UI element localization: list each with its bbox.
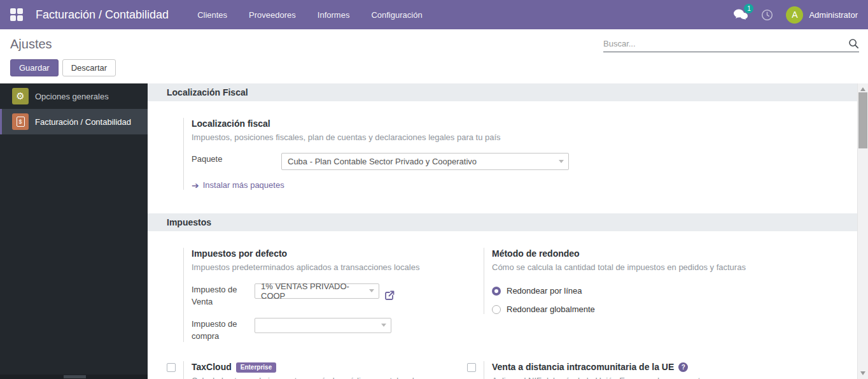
user-name: Administrator bbox=[809, 10, 858, 20]
taxcloud-checkbox[interactable] bbox=[167, 363, 176, 372]
setting-box-taxcloud: TaxCloud Enterprise Calcula las tasas de… bbox=[167, 361, 467, 379]
sidebar-hscrollbar[interactable] bbox=[0, 375, 148, 379]
install-packages-label: Instalar más paquetes bbox=[203, 180, 284, 190]
paquete-select-value: Cuba - Plan Contable Sector Privado y Co… bbox=[288, 157, 477, 166]
messages-icon[interactable]: 1 bbox=[733, 8, 748, 21]
menu-configuracion[interactable]: Configuración bbox=[360, 0, 433, 29]
user-menu[interactable]: A Administrator bbox=[786, 6, 858, 24]
vertical-scrollbar[interactable] bbox=[857, 83, 868, 379]
sidebar-item-facturacion-contabilidad[interactable]: $ Facturación / Contabilidad bbox=[0, 109, 148, 134]
radio-unselected-icon bbox=[492, 305, 501, 314]
navbar-right: 1 A Administrator bbox=[733, 6, 858, 24]
avatar: A bbox=[786, 6, 803, 24]
setting-description: Aplicar el NIF del país de la Unión Euro… bbox=[492, 375, 746, 379]
sidebar-item-label: Facturación / Contabilidad bbox=[35, 117, 131, 127]
chevron-down-icon bbox=[369, 289, 374, 292]
setting-title: TaxCloud bbox=[192, 361, 232, 373]
activity-clock-icon[interactable] bbox=[761, 9, 773, 21]
save-button[interactable]: Guardar bbox=[10, 59, 59, 76]
menu-informes[interactable]: Informes bbox=[307, 0, 361, 29]
setting-box-localizacion-fiscal: Localización fiscal Impuestos, posicione… bbox=[167, 118, 857, 190]
setting-description: Impuestos, posiciones fiscales, plan de … bbox=[192, 131, 857, 143]
setting-title: Impuestos por defecto bbox=[192, 248, 467, 260]
impuesto-compra-select[interactable] bbox=[255, 318, 391, 333]
section-header-localizacion-fiscal: Localización Fiscal bbox=[148, 83, 857, 101]
menu-clientes[interactable]: Clientes bbox=[186, 0, 238, 29]
help-icon[interactable]: ? bbox=[678, 362, 688, 372]
impuesto-compra-label: Impuesto de compra bbox=[192, 318, 255, 342]
discard-button[interactable]: Descartar bbox=[62, 59, 116, 76]
impuesto-venta-label: Impuesto de Venta bbox=[192, 283, 255, 308]
setting-title: Localización fiscal bbox=[192, 118, 857, 130]
section-header-impuestos: Impuestos bbox=[148, 213, 857, 231]
apps-menu-icon[interactable] bbox=[10, 8, 23, 21]
invoice-icon: $ bbox=[12, 113, 29, 130]
impuesto-venta-select[interactable]: 1% VENTAS PRIVADO-COOP bbox=[255, 283, 379, 299]
external-link-icon[interactable] bbox=[383, 283, 396, 308]
sidebar-item-opciones-generales[interactable]: ⚙ Opciones generales bbox=[0, 83, 148, 109]
setting-title: Venta a distancia intracomunitaria de la… bbox=[492, 361, 674, 373]
setting-title: Método de redondeo bbox=[492, 248, 767, 260]
install-packages-link[interactable]: ➔ Instalar más paquetes bbox=[192, 180, 857, 190]
enterprise-badge: Enterprise bbox=[236, 362, 276, 373]
sidebar-hscroll-thumb[interactable] bbox=[64, 375, 86, 378]
chevron-down-icon bbox=[559, 160, 564, 163]
scroll-down-arrow[interactable] bbox=[860, 371, 865, 375]
setting-description: Impuestos predeterminados aplicados a tr… bbox=[192, 261, 467, 273]
setting-box-metodo-redondeo: Método de redondeo Cómo se calcula la ca… bbox=[467, 248, 767, 314]
top-navbar: Facturación / Contabilidad Clientes Prov… bbox=[0, 0, 868, 29]
arrow-right-icon: ➔ bbox=[192, 181, 199, 190]
radio-redondear-por-linea[interactable]: Redondear por línea bbox=[492, 286, 767, 296]
setting-description: Cómo se calcula la cantidad total de imp… bbox=[492, 261, 767, 273]
settings-content: Localización Fiscal Localización fiscal … bbox=[148, 83, 868, 379]
main-menu: Clientes Proveedores Informes Configurac… bbox=[186, 0, 433, 29]
gear-icon: ⚙ bbox=[12, 88, 29, 104]
scroll-up-arrow[interactable] bbox=[860, 87, 865, 91]
settings-sidebar: ⚙ Opciones generales $ Facturación / Con… bbox=[0, 83, 148, 379]
eu-sale-checkbox[interactable] bbox=[467, 363, 476, 372]
setting-box-venta-distancia-ue: Venta a distancia intracomunitaria de la… bbox=[467, 361, 767, 379]
paquete-label: Paquete bbox=[192, 153, 281, 170]
impuesto-venta-value: 1% VENTAS PRIVADO-COOP bbox=[261, 282, 365, 301]
control-panel: Ajustes Guardar Descartar bbox=[0, 29, 868, 83]
action-buttons: Guardar Descartar bbox=[10, 59, 858, 76]
search-bar bbox=[603, 38, 859, 52]
setting-box-impuestos-por-defecto: Impuestos por defecto Impuestos predeter… bbox=[167, 248, 467, 342]
scrollbar-thumb[interactable] bbox=[858, 92, 867, 148]
paquete-select[interactable]: Cuba - Plan Contable Sector Privado y Co… bbox=[281, 153, 569, 170]
menu-proveedores[interactable]: Proveedores bbox=[238, 0, 307, 29]
setting-description: Calcula las tasas de impuestos según los… bbox=[192, 375, 446, 379]
sidebar-item-label: Opciones generales bbox=[35, 92, 109, 101]
app-title[interactable]: Facturación / Contabilidad bbox=[36, 8, 169, 22]
search-icon[interactable] bbox=[848, 38, 859, 49]
odoo-settings-app: Facturación / Contabilidad Clientes Prov… bbox=[0, 0, 868, 379]
radio-selected-icon bbox=[492, 287, 501, 296]
search-input[interactable] bbox=[603, 39, 848, 48]
messages-badge: 1 bbox=[744, 4, 753, 13]
chevron-down-icon bbox=[381, 324, 386, 327]
radio-redondear-globalmente[interactable]: Redondear globalmente bbox=[492, 304, 767, 314]
